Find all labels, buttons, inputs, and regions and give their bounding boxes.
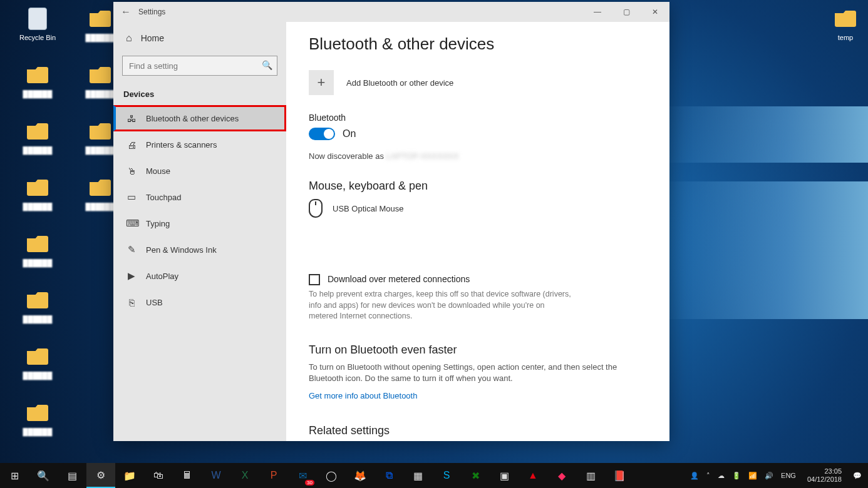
- desktop-icon[interactable]: ██████: [13, 400, 63, 435]
- bluetooth-state: On: [343, 128, 356, 140]
- outlook-taskbar[interactable]: ✉30: [288, 463, 317, 488]
- plus-icon: +: [309, 70, 334, 95]
- nav-item-touchpad[interactable]: ▭Touchpad: [113, 184, 286, 210]
- desktop-icon[interactable]: ██████: [13, 175, 63, 210]
- app-taskbar-5[interactable]: 📕: [605, 463, 634, 488]
- nav-item-bluetooth-other-devices[interactable]: 🖧Bluetooth & other devices: [113, 105, 286, 131]
- home-icon: ⌂: [126, 33, 132, 44]
- add-device-label: Add Bluetooth or other device: [346, 78, 453, 88]
- volume-icon[interactable]: 🔊: [765, 472, 773, 480]
- nav-item-typing[interactable]: ⌨Typing: [113, 210, 286, 236]
- clock[interactable]: 23:05 04/12/2018: [803, 467, 845, 483]
- app-taskbar-1[interactable]: ▦: [403, 463, 432, 488]
- search-button[interactable]: 🔍: [29, 463, 58, 488]
- language-indicator[interactable]: ENG: [781, 472, 796, 479]
- system-tray[interactable]: 👤 ˄ ☁ 🔋 📶 🔊 ENG 23:05 04/12/2018 💬: [690, 467, 868, 483]
- nav-item-icon: ▶: [126, 270, 137, 282]
- nav-item-icon: ✎: [126, 244, 137, 255]
- desktop-icon-label: ██████: [13, 146, 63, 154]
- related-heading: Related settings: [309, 424, 647, 437]
- minimize-button[interactable]: —: [583, 2, 612, 22]
- nav-item-usb[interactable]: ⎘USB: [113, 289, 286, 315]
- firefox-taskbar[interactable]: 🦊: [346, 463, 375, 488]
- desktop-icon-label: ██████: [13, 428, 63, 435]
- nav-item-icon: ▭: [126, 191, 137, 203]
- bluetooth-toggle[interactable]: [309, 128, 335, 140]
- nav-item-mouse[interactable]: 🖱Mouse: [113, 158, 286, 184]
- window-titlebar: ← Settings — ▢ ✕: [113, 2, 669, 22]
- dropbox-taskbar[interactable]: ⧉: [375, 463, 403, 488]
- desktop-icon-label: ██████: [13, 315, 63, 323]
- desktop-icon[interactable]: ██████: [13, 344, 63, 379]
- close-button[interactable]: ✕: [641, 2, 669, 22]
- taskbar: ⊞ 🔍 ▤ ⚙ 📁 🛍 🖩 W X P ✉30 ◯ 🦊 ⧉ ▦ S ✖ ▣ ▲ …: [0, 463, 868, 488]
- desktop-icon[interactable]: ██████: [13, 119, 63, 154]
- skype-taskbar[interactable]: S: [432, 463, 461, 488]
- bluetooth-info-link[interactable]: Get more info about Bluetooth: [309, 391, 647, 400]
- excel-taskbar[interactable]: X: [230, 463, 259, 488]
- desktop-icon[interactable]: Recycle Bin: [13, 6, 63, 41]
- nav-item-label: Typing: [146, 219, 170, 228]
- wifi-icon[interactable]: 📶: [748, 472, 757, 480]
- nav-item-autoplay[interactable]: ▶AutoPlay: [113, 263, 286, 289]
- desktop-icon-label: ██████: [13, 372, 63, 379]
- search-icon: 🔍: [262, 60, 272, 70]
- tray-chevron-icon[interactable]: ˄: [706, 472, 710, 480]
- chrome-taskbar[interactable]: ◯: [317, 463, 346, 488]
- nav-item-label: Mouse: [146, 166, 170, 176]
- desktop-icon[interactable]: ██████: [13, 63, 63, 98]
- mouse-icon: [309, 199, 323, 218]
- word-taskbar[interactable]: W: [202, 463, 230, 488]
- settings-app-taskbar[interactable]: ⚙: [86, 463, 115, 488]
- taskview-button[interactable]: ▤: [58, 463, 86, 488]
- desktop-icon-label: Recycle Bin: [13, 34, 63, 41]
- nav-item-icon: 🖨: [126, 140, 137, 150]
- nav-item-label: AutoPlay: [146, 272, 178, 281]
- onedrive-icon[interactable]: ☁: [718, 472, 725, 480]
- file-explorer-taskbar[interactable]: 📁: [115, 463, 144, 488]
- devices-heading: Mouse, keyboard & pen: [309, 180, 647, 193]
- nav-item-label: Bluetooth & other devices: [146, 114, 239, 123]
- powerpoint-taskbar[interactable]: P: [259, 463, 288, 488]
- nav-item-label: Pen & Windows Ink: [146, 245, 217, 255]
- nav-section-title: Devices: [113, 84, 286, 105]
- xbox-taskbar[interactable]: ✖: [461, 463, 490, 488]
- store-taskbar[interactable]: 🛍: [144, 463, 173, 488]
- device-name: USB Optical Mouse: [333, 204, 403, 213]
- app-taskbar-3[interactable]: ◆: [547, 463, 576, 488]
- nav-item-icon: 🖱: [126, 166, 137, 176]
- bluetooth-label: Bluetooth: [309, 113, 647, 123]
- settings-nav: ⌂ Home 🔍 Devices 🖧Bluetooth & other devi…: [113, 22, 286, 441]
- desktop-icon[interactable]: temp: [820, 6, 868, 41]
- add-device-row[interactable]: + Add Bluetooth or other device: [309, 70, 647, 95]
- search-input[interactable]: [122, 56, 277, 76]
- maximize-button[interactable]: ▢: [612, 2, 641, 22]
- discoverable-text: Now discoverable as LAPTOP-XXXXXXX: [309, 151, 647, 161]
- app-taskbar-2[interactable]: ▣: [490, 463, 519, 488]
- desktop-icon[interactable]: ██████: [13, 288, 63, 323]
- nav-item-printers-scanners[interactable]: 🖨Printers & scanners: [113, 131, 286, 158]
- nav-item-pen-windows-ink[interactable]: ✎Pen & Windows Ink: [113, 236, 286, 263]
- desktop-icon-label: ██████: [13, 203, 63, 210]
- device-row[interactable]: USB Optical Mouse: [309, 199, 647, 218]
- start-button[interactable]: ⊞: [0, 463, 29, 488]
- desktop-icon-label: ██████: [13, 259, 63, 267]
- app-taskbar-4[interactable]: ▥: [576, 463, 605, 488]
- back-button[interactable]: ←: [113, 6, 138, 18]
- calculator-taskbar[interactable]: 🖩: [173, 463, 202, 488]
- metered-description: To help prevent extra charges, keep this…: [309, 289, 572, 322]
- notifications-icon[interactable]: 💬: [853, 472, 862, 480]
- metered-label: Download over metered connections: [328, 274, 470, 284]
- settings-window: ← Settings — ▢ ✕ ⌂ Home 🔍 Devices 🖧Bluet…: [113, 2, 669, 441]
- nav-home[interactable]: ⌂ Home: [113, 24, 286, 52]
- desktop-icon[interactable]: ██████: [13, 231, 63, 267]
- nav-item-label: Printers & scanners: [146, 140, 217, 150]
- nav-item-icon: 🖧: [126, 113, 137, 124]
- people-icon[interactable]: 👤: [690, 472, 699, 480]
- battery-icon[interactable]: 🔋: [732, 472, 741, 480]
- page-title: Bluetooth & other devices: [309, 34, 647, 54]
- nav-item-icon: ⎘: [126, 297, 137, 308]
- nav-item-icon: ⌨: [126, 218, 137, 229]
- avira-taskbar[interactable]: ▲: [519, 463, 547, 488]
- metered-checkbox[interactable]: [309, 274, 320, 285]
